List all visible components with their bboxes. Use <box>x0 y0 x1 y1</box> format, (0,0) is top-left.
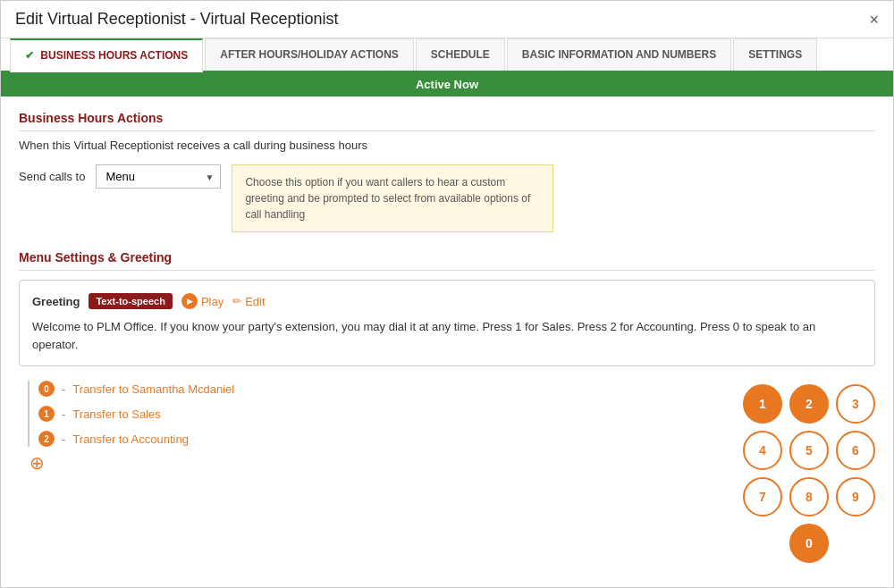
menu-action-2[interactable]: Transfer to Accounting <box>72 433 189 446</box>
keypad-4-button[interactable]: 4 <box>743 431 782 470</box>
pencil-icon: ✏ <box>232 295 241 307</box>
menu-key-0-badge: 0 <box>38 381 55 397</box>
tts-badge: Text-to-speech <box>89 293 172 309</box>
tab-settings[interactable]: SETTINGS <box>733 38 817 71</box>
menu-action-1[interactable]: Transfer to Sales <box>72 407 161 421</box>
keypad-6-button[interactable]: 6 <box>836 431 875 470</box>
menu-section-title: Menu Settings & Greeting <box>19 250 875 271</box>
menu-dash-2: - <box>62 433 65 446</box>
menu-action-0[interactable]: Transfer to Samantha Mcdaniel <box>72 382 234 396</box>
window-title: Edit Virtual Receptionist - Virtual Rece… <box>15 10 339 29</box>
keypad-0-button[interactable]: 0 <box>789 524 829 563</box>
tab-schedule[interactable]: SCHEDULE <box>416 38 505 71</box>
edit-button[interactable]: ✏ Edit <box>232 295 265 308</box>
active-now-bar: Active Now <box>1 72 893 97</box>
menu-key-1-badge: 1 <box>38 406 55 422</box>
keypad-section: 1 2 3 4 5 6 7 8 9 0 <box>743 381 875 563</box>
tab-after-hours[interactable]: AFTER HOURS/HOLIDAY ACTIONS <box>205 38 414 71</box>
keypad-1-button[interactable]: 1 <box>743 384 782 424</box>
play-button[interactable]: ▶ Play <box>181 293 224 309</box>
main-window: Edit Virtual Receptionist - Virtual Rece… <box>0 0 894 588</box>
menu-actions: 0 - Transfer to Samantha Mcdaniel 1 - Tr… <box>19 381 875 563</box>
menu-item-0: 0 - Transfer to Samantha Mcdaniel <box>38 381 725 397</box>
menu-key-2-badge: 2 <box>38 431 55 447</box>
tab-basic-info[interactable]: BASIC INFORMATION AND NUMBERS <box>507 38 731 71</box>
menu-list-inner: 0 - Transfer to Samantha Mcdaniel 1 - Tr… <box>28 381 725 447</box>
play-icon: ▶ <box>181 293 198 309</box>
send-calls-label: Send calls to <box>19 164 85 183</box>
title-bar: Edit Virtual Receptionist - Virtual Rece… <box>1 1 893 38</box>
add-menu-item-button[interactable]: ⊕ <box>30 452 725 474</box>
main-content: Business Hours Actions When this Virtual… <box>1 97 893 587</box>
keypad-2-button[interactable]: 2 <box>789 384 829 424</box>
menu-item-1: 1 - Transfer to Sales <box>38 406 725 422</box>
menu-list: 0 - Transfer to Samantha Mcdaniel 1 - Tr… <box>19 381 725 474</box>
greeting-label: Greeting <box>32 295 80 308</box>
send-calls-row: Send calls to Menu Extension Voicemail ▼… <box>19 164 875 232</box>
menu-dash-1: - <box>62 407 65 421</box>
close-button[interactable]: × <box>869 12 879 28</box>
keypad-9-button[interactable]: 9 <box>836 477 875 517</box>
info-box: Choose this option if you want callers t… <box>232 164 553 232</box>
greeting-text: Welcome to PLM Office. If you know your … <box>32 318 862 353</box>
menu-dash-0: - <box>62 382 65 396</box>
section-title: Business Hours Actions <box>19 111 875 131</box>
send-calls-select[interactable]: Menu Extension Voicemail <box>96 164 221 189</box>
keypad-zero-row: 0 <box>789 524 829 563</box>
check-icon: ✔ <box>25 49 34 62</box>
tab-bar: ✔ BUSINESS HOURS ACTIONS AFTER HOURS/HOL… <box>1 38 893 72</box>
tab-business-hours[interactable]: ✔ BUSINESS HOURS ACTIONS <box>10 38 203 72</box>
description: When this Virtual Receptionist receives … <box>19 139 875 152</box>
keypad-5-button[interactable]: 5 <box>789 431 829 470</box>
menu-item-2: 2 - Transfer to Accounting <box>38 431 725 447</box>
send-calls-select-wrapper: Menu Extension Voicemail ▼ <box>96 164 221 189</box>
keypad-8-button[interactable]: 8 <box>789 477 829 517</box>
greeting-box: Greeting Text-to-speech ▶ Play ✏ Edit We… <box>19 280 875 366</box>
keypad-7-button[interactable]: 7 <box>743 477 782 517</box>
greeting-header: Greeting Text-to-speech ▶ Play ✏ Edit <box>32 293 862 309</box>
keypad: 1 2 3 4 5 6 7 8 9 <box>743 384 875 517</box>
keypad-3-button[interactable]: 3 <box>836 384 875 424</box>
